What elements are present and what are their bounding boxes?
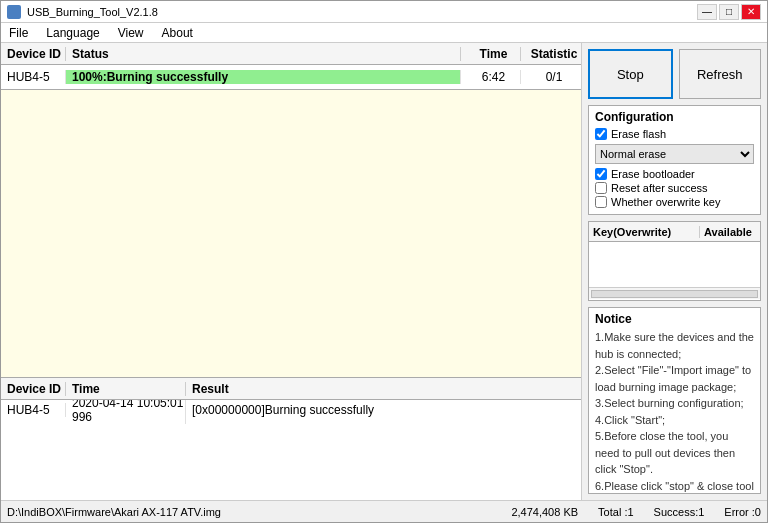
table-row[interactable]: HUB4-5 100%:Burning successfully 6:42 0/… [1, 65, 581, 89]
whether-overwrite-key-checkbox[interactable] [595, 196, 607, 208]
menu-bar: File Language View About [1, 23, 767, 43]
erase-type-row: Normal erase [595, 144, 754, 164]
notice-text: 1.Make sure the devices and the hub is c… [595, 329, 754, 494]
reset-after-success-label: Reset after success [611, 182, 708, 194]
erase-bootloader-row: Erase bootloader [595, 168, 754, 180]
key-col-available: Available [700, 226, 760, 238]
erase-bootloader-checkbox[interactable] [595, 168, 607, 180]
config-section: Configuration Erase flash Normal erase E… [588, 105, 761, 215]
menu-file[interactable]: File [5, 25, 32, 41]
erase-flash-label: Erase flash [611, 128, 666, 140]
status-path: D:\IndiBOX\Firmware\Akari AX-117 ATV.img [7, 506, 491, 518]
log-row-result: [0x00000000]Burning successfully [186, 403, 581, 417]
log-row-device-id: HUB4-5 [1, 403, 66, 417]
device-table: Device ID Status Time Statistic HUB4-5 1… [1, 43, 581, 90]
main-window: USB_Burning_Tool_V2.1.8 — □ ✕ File Langu… [0, 0, 768, 523]
status-bar: D:\IndiBOX\Firmware\Akari AX-117 ATV.img… [1, 500, 767, 522]
reset-after-success-checkbox[interactable] [595, 182, 607, 194]
key-scrollbar[interactable] [589, 287, 760, 299]
col-header-time: Time [461, 47, 521, 61]
erase-bootloader-label: Erase bootloader [611, 168, 695, 180]
main-content: Device ID Status Time Statistic HUB4-5 1… [1, 43, 767, 500]
col-header-status: Status [66, 47, 461, 61]
reset-after-success-row: Reset after success [595, 182, 754, 194]
title-bar-controls: — □ ✕ [697, 4, 761, 20]
row-statistic: 0/1 [521, 70, 581, 84]
close-button[interactable]: ✕ [741, 4, 761, 20]
menu-language[interactable]: Language [42, 25, 103, 41]
table-header: Device ID Status Time Statistic [1, 43, 581, 65]
log-area[interactable]: HUB4-5 2020-04-14 10:05:01 996 [0x000000… [1, 400, 581, 500]
status-total: Total :1 [598, 506, 633, 518]
key-table-body [589, 242, 760, 287]
title-bar: USB_Burning_Tool_V2.1.8 — □ ✕ [1, 1, 767, 23]
whether-overwrite-key-label: Whether overwrite key [611, 196, 720, 208]
maximize-button[interactable]: □ [719, 4, 739, 20]
key-col-key: Key(Overwrite) [589, 226, 700, 238]
erase-flash-checkbox[interactable] [595, 128, 607, 140]
menu-about[interactable]: About [158, 25, 197, 41]
menu-view[interactable]: View [114, 25, 148, 41]
action-buttons: Stop Refresh [588, 49, 761, 99]
log-col-header-time: Time [66, 382, 186, 396]
notice-section: Notice 1.Make sure the devices and the h… [588, 307, 761, 494]
device-area [1, 90, 581, 377]
title-bar-left: USB_Burning_Tool_V2.1.8 [7, 5, 158, 19]
log-panel: Device ID Time Result HUB4-5 2020-04-14 … [1, 377, 581, 500]
status-success: Success:1 [654, 506, 705, 518]
status-size: 2,474,408 KB [511, 506, 578, 518]
refresh-button[interactable]: Refresh [679, 49, 762, 99]
scroll-track[interactable] [591, 290, 758, 298]
erase-flash-row: Erase flash [595, 128, 754, 140]
row-status: 100%:Burning successfully [66, 70, 461, 84]
log-row-time: 2020-04-14 10:05:01 996 [66, 400, 186, 424]
row-device-id: HUB4-5 [1, 70, 66, 84]
row-time: 6:42 [461, 70, 521, 84]
whether-overwrite-key-row: Whether overwrite key [595, 196, 754, 208]
stop-button[interactable]: Stop [588, 49, 673, 99]
status-error: Error :0 [724, 506, 761, 518]
col-header-statistic: Statistic [521, 47, 581, 61]
log-row[interactable]: HUB4-5 2020-04-14 10:05:01 996 [0x000000… [1, 400, 581, 420]
log-header: Device ID Time Result [1, 378, 581, 400]
key-table: Key(Overwrite) Available [588, 221, 761, 301]
erase-type-select[interactable]: Normal erase [595, 144, 754, 164]
key-table-header: Key(Overwrite) Available [589, 222, 760, 242]
window-title: USB_Burning_Tool_V2.1.8 [27, 6, 158, 18]
col-header-device-id: Device ID [1, 47, 66, 61]
minimize-button[interactable]: — [697, 4, 717, 20]
log-col-header-device: Device ID [1, 382, 66, 396]
right-panel: Stop Refresh Configuration Erase flash N… [582, 43, 767, 500]
config-title: Configuration [595, 110, 754, 124]
app-icon [7, 5, 21, 19]
left-panel: Device ID Status Time Statistic HUB4-5 1… [1, 43, 582, 500]
log-col-header-result: Result [186, 382, 581, 396]
notice-title: Notice [595, 312, 754, 326]
